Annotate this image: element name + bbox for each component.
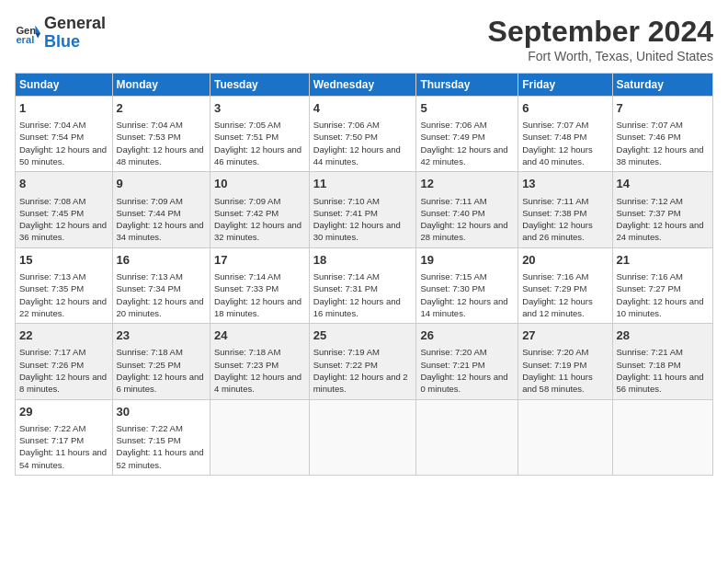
sunrise-text: Sunrise: 7:22 AM (19, 422, 108, 434)
calendar-cell (210, 399, 310, 475)
logo-icon: Gen eral (15, 20, 40, 46)
daylight-text: Daylight: 11 hours and 52 minutes. (117, 446, 206, 471)
calendar-week-2: 8Sunrise: 7:08 AMSunset: 7:45 PMDaylight… (16, 172, 713, 247)
calendar-cell: 24Sunrise: 7:18 AMSunset: 7:23 PMDayligh… (210, 324, 310, 399)
calendar-week-4: 22Sunrise: 7:17 AMSunset: 7:26 PMDayligh… (16, 324, 713, 399)
day-header-wednesday: Wednesday (309, 74, 416, 97)
sunset-text: Sunset: 7:31 PM (313, 282, 413, 294)
day-number: 20 (522, 252, 608, 269)
sunset-text: Sunset: 7:54 PM (19, 131, 108, 143)
day-number: 13 (522, 176, 608, 192)
sunrise-text: Sunrise: 7:17 AM (19, 346, 108, 358)
sunset-text: Sunset: 7:19 PM (522, 359, 608, 371)
calendar-cell: 8Sunrise: 7:08 AMSunset: 7:45 PMDaylight… (16, 172, 113, 247)
day-number: 16 (117, 252, 206, 269)
day-header-saturday: Saturday (612, 74, 712, 97)
sunrise-text: Sunrise: 7:18 AM (214, 346, 305, 358)
sunset-text: Sunset: 7:40 PM (420, 207, 514, 219)
calendar-cell: 18Sunrise: 7:14 AMSunset: 7:31 PMDayligh… (309, 247, 416, 323)
day-number: 30 (117, 404, 206, 420)
calendar-week-5: 29Sunrise: 7:22 AMSunset: 7:17 PMDayligh… (16, 399, 713, 475)
sunrise-text: Sunrise: 7:20 AM (420, 346, 514, 358)
daylight-text: Daylight: 11 hours and 56 minutes. (617, 371, 709, 396)
svg-marker-2 (35, 25, 40, 32)
day-number: 7 (617, 100, 709, 117)
sunrise-text: Sunrise: 7:19 AM (313, 346, 413, 358)
daylight-text: Daylight: 11 hours and 54 minutes. (19, 446, 108, 471)
day-number: 4 (313, 100, 413, 117)
calendar-cell: 9Sunrise: 7:09 AMSunset: 7:44 PMDaylight… (112, 172, 210, 247)
sunset-text: Sunset: 7:42 PM (214, 207, 305, 219)
day-number: 11 (313, 176, 413, 192)
day-number: 26 (420, 327, 514, 344)
sunset-text: Sunset: 7:46 PM (617, 131, 709, 143)
day-number: 2 (117, 100, 206, 117)
calendar-cell: 23Sunrise: 7:18 AMSunset: 7:25 PMDayligh… (112, 324, 210, 399)
daylight-text: Daylight: 12 hours and 40 minutes. (522, 144, 608, 168)
daylight-text: Daylight: 12 hours and 36 minutes. (19, 219, 108, 244)
calendar-cell: 26Sunrise: 7:20 AMSunset: 7:21 PMDayligh… (416, 324, 518, 399)
calendar-table: SundayMondayTuesdayWednesdayThursdayFrid… (15, 73, 713, 476)
calendar-header-row: SundayMondayTuesdayWednesdayThursdayFrid… (16, 74, 713, 97)
daylight-text: Daylight: 12 hours and 24 minutes. (617, 219, 709, 244)
sunrise-text: Sunrise: 7:20 AM (522, 346, 608, 358)
day-number: 6 (522, 100, 608, 117)
calendar-cell: 7Sunrise: 7:07 AMSunset: 7:46 PMDaylight… (612, 97, 712, 172)
sunrise-text: Sunrise: 7:11 AM (420, 195, 514, 207)
daylight-text: Daylight: 12 hours and 10 minutes. (617, 295, 709, 320)
day-number: 18 (313, 252, 413, 269)
calendar-week-1: 1Sunrise: 7:04 AMSunset: 7:54 PMDaylight… (16, 97, 713, 172)
sunrise-text: Sunrise: 7:08 AM (19, 195, 108, 207)
daylight-text: Daylight: 12 hours and 8 minutes. (19, 371, 108, 396)
daylight-text: Daylight: 12 hours and 38 minutes. (617, 144, 709, 168)
sunrise-text: Sunrise: 7:14 AM (313, 270, 413, 282)
sunrise-text: Sunrise: 7:13 AM (117, 270, 206, 282)
sunset-text: Sunset: 7:22 PM (313, 359, 413, 371)
sunset-text: Sunset: 7:17 PM (19, 434, 108, 446)
sunset-text: Sunset: 7:23 PM (214, 359, 305, 371)
sunset-text: Sunset: 7:25 PM (117, 359, 206, 371)
calendar-cell: 6Sunrise: 7:07 AMSunset: 7:48 PMDaylight… (518, 97, 612, 172)
sunset-text: Sunset: 7:51 PM (214, 131, 305, 143)
calendar-cell: 30Sunrise: 7:22 AMSunset: 7:15 PMDayligh… (112, 399, 210, 475)
logo: Gen eral GeneralBlue (15, 15, 106, 52)
sunrise-text: Sunrise: 7:06 AM (420, 119, 514, 131)
sunset-text: Sunset: 7:21 PM (420, 359, 514, 371)
day-number: 8 (19, 176, 108, 192)
day-number: 27 (522, 327, 608, 344)
day-number: 10 (214, 176, 305, 192)
daylight-text: Daylight: 12 hours and 34 minutes. (117, 219, 206, 244)
sunrise-text: Sunrise: 7:12 AM (617, 195, 709, 207)
daylight-text: Daylight: 12 hours and 20 minutes. (117, 295, 206, 320)
sunset-text: Sunset: 7:53 PM (117, 131, 206, 143)
daylight-text: Daylight: 12 hours and 2 minutes. (313, 371, 413, 396)
main-container: Gen eral GeneralBlue September 2024 Fort… (0, 0, 728, 483)
logo-text: GeneralBlue (44, 15, 106, 52)
logo-line2: Blue (44, 32, 80, 51)
sunrise-text: Sunrise: 7:15 AM (420, 270, 514, 282)
sunset-text: Sunset: 7:34 PM (117, 282, 206, 294)
calendar-cell: 16Sunrise: 7:13 AMSunset: 7:34 PMDayligh… (112, 247, 210, 323)
day-header-monday: Monday (112, 74, 210, 97)
sunrise-text: Sunrise: 7:05 AM (214, 119, 305, 131)
sunrise-text: Sunrise: 7:22 AM (117, 422, 206, 434)
calendar-cell: 1Sunrise: 7:04 AMSunset: 7:54 PMDaylight… (16, 97, 113, 172)
daylight-text: Daylight: 12 hours and 18 minutes. (214, 295, 305, 320)
sunset-text: Sunset: 7:30 PM (420, 282, 514, 294)
daylight-text: Daylight: 12 hours and 16 minutes. (313, 295, 413, 320)
sunset-text: Sunset: 7:15 PM (117, 434, 206, 446)
sunrise-text: Sunrise: 7:04 AM (19, 119, 108, 131)
svg-text:eral: eral (16, 34, 34, 45)
sunset-text: Sunset: 7:48 PM (522, 131, 608, 143)
sunset-text: Sunset: 7:27 PM (617, 282, 709, 294)
sunrise-text: Sunrise: 7:18 AM (117, 346, 206, 358)
daylight-text: Daylight: 12 hours and 30 minutes. (313, 219, 413, 244)
title-area: September 2024 Fort Worth, Texas, United… (488, 15, 713, 63)
daylight-text: Daylight: 12 hours and 50 minutes. (19, 144, 108, 168)
sunrise-text: Sunrise: 7:07 AM (617, 119, 709, 131)
sunrise-text: Sunrise: 7:06 AM (313, 119, 413, 131)
sunrise-text: Sunrise: 7:21 AM (617, 346, 709, 358)
calendar-cell: 15Sunrise: 7:13 AMSunset: 7:35 PMDayligh… (16, 247, 113, 323)
sunrise-text: Sunrise: 7:09 AM (214, 195, 305, 207)
sunset-text: Sunset: 7:26 PM (19, 359, 108, 371)
